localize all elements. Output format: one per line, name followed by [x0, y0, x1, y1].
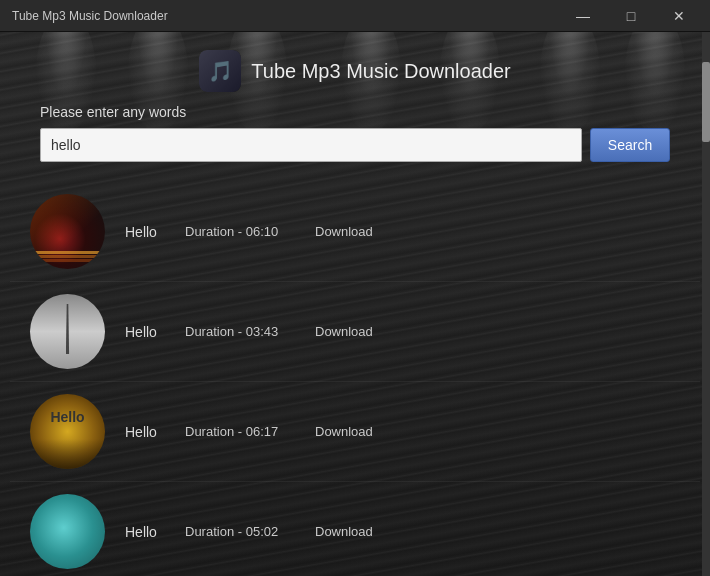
maximize-button[interactable]: □	[608, 4, 654, 28]
result-duration-1: Duration - 06:10	[185, 224, 295, 239]
main-content: 🎵 Tube Mp3 Music Downloader Please enter…	[0, 32, 710, 576]
scroll-track	[702, 32, 710, 576]
scroll-thumb[interactable]	[702, 62, 710, 142]
search-input[interactable]	[40, 128, 582, 162]
result-item: Hello Duration - 05:02 Download	[10, 482, 700, 576]
minimize-button[interactable]: —	[560, 4, 606, 28]
thumbnail-2	[30, 294, 105, 369]
search-button[interactable]: Search	[590, 128, 670, 162]
result-name-3: Hello	[125, 424, 165, 440]
search-row: Search	[40, 128, 670, 162]
search-area: Please enter any words Search	[0, 104, 710, 182]
download-link-3[interactable]: Download	[315, 424, 373, 439]
app-icon-image: 🎵	[208, 59, 233, 83]
result-duration-4: Duration - 05:02	[185, 524, 295, 539]
result-duration-3: Duration - 06:17	[185, 424, 295, 439]
thumbnail-3	[30, 394, 105, 469]
result-info-1: Hello Duration - 06:10 Download	[125, 224, 680, 240]
result-name-4: Hello	[125, 524, 165, 540]
search-label: Please enter any words	[40, 104, 670, 120]
result-name-1: Hello	[125, 224, 165, 240]
result-duration-2: Duration - 03:43	[185, 324, 295, 339]
result-name-2: Hello	[125, 324, 165, 340]
download-link-4[interactable]: Download	[315, 524, 373, 539]
result-item: Hello Duration - 03:43 Download	[10, 282, 700, 382]
result-info-2: Hello Duration - 03:43 Download	[125, 324, 680, 340]
result-info-3: Hello Duration - 06:17 Download	[125, 424, 680, 440]
close-button[interactable]: ✕	[656, 4, 702, 28]
thumbnail-4	[30, 494, 105, 569]
app-title: Tube Mp3 Music Downloader	[251, 60, 510, 83]
results-area: Hello Duration - 06:10 Download Hello Du…	[0, 182, 710, 576]
download-link-2[interactable]: Download	[315, 324, 373, 339]
title-bar: Tube Mp3 Music Downloader — □ ✕	[0, 0, 710, 32]
result-item: Hello Duration - 06:10 Download	[10, 182, 700, 282]
window-controls: — □ ✕	[560, 4, 702, 28]
result-info-4: Hello Duration - 05:02 Download	[125, 524, 680, 540]
app-icon: 🎵	[199, 50, 241, 92]
thumbnail-1	[30, 194, 105, 269]
result-item: Hello Duration - 06:17 Download	[10, 382, 700, 482]
download-link-1[interactable]: Download	[315, 224, 373, 239]
window-title: Tube Mp3 Music Downloader	[12, 9, 168, 23]
app-header: 🎵 Tube Mp3 Music Downloader	[0, 32, 710, 104]
